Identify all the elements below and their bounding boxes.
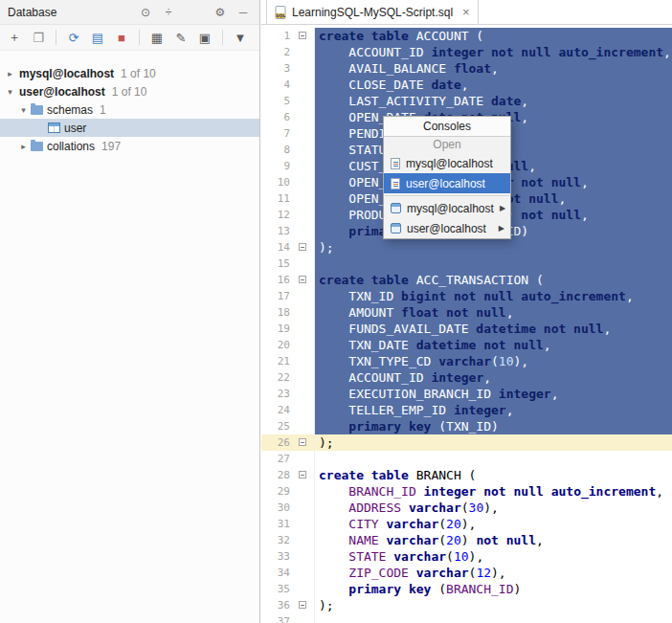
sql-icon-badge: SQL xyxy=(276,13,285,18)
code-line[interactable]: 25 primary key (TXN_ID) xyxy=(261,418,672,434)
chevron-expanded-icon[interactable]: ▾ xyxy=(4,87,16,97)
menu-item-mysql-localhost[interactable]: mysql@localhost xyxy=(384,153,510,173)
code-line[interactable]: 24 TELLER_EMP_ID integer, xyxy=(261,402,672,418)
line-number: 32 xyxy=(261,532,290,548)
settings-gear-icon[interactable]: ⚙ xyxy=(213,6,227,19)
fold-marker-icon[interactable] xyxy=(299,601,306,609)
folder-icon xyxy=(31,142,43,151)
fold-gutter xyxy=(290,613,315,623)
code-line[interactable]: 33 STATE varchar(10), xyxy=(261,548,672,565)
code-line[interactable]: 14); xyxy=(261,239,672,256)
code-line[interactable]: 35 primary key (BRANCH_ID) xyxy=(261,581,672,597)
datasource-icon xyxy=(391,203,401,213)
sync-icon[interactable]: ⟳ xyxy=(66,31,81,45)
open-console-icon[interactable]: ▤ xyxy=(90,31,105,45)
code-line[interactable]: 2 ACCOUNT_ID integer not null auto_incre… xyxy=(261,44,672,60)
code-text: AMOUNT float not null, xyxy=(315,304,672,321)
code-line[interactable]: 20 TXN_DATE datetime not null, xyxy=(261,337,672,353)
line-number: 3 xyxy=(261,60,290,77)
editor-tab[interactable]: SQL LearningSQL-MySQL-Script.sql × xyxy=(266,0,479,24)
submenu-arrow-icon: ▶ xyxy=(499,224,504,233)
code-line[interactable]: 36); xyxy=(261,597,672,613)
code-line[interactable]: 37 xyxy=(261,613,672,623)
tree-item-schemas[interactable]: ▾schemas1 xyxy=(0,100,259,119)
code-text: TELLER_EMP_ID integer, xyxy=(315,402,672,418)
fold-gutter xyxy=(290,125,315,142)
line-number: 31 xyxy=(261,516,290,532)
code-line[interactable]: 21 TXN_TYPE_CD varchar(10), xyxy=(261,353,672,369)
code-line[interactable]: 15 xyxy=(261,256,672,272)
code-line[interactable]: 23 EXECUTION_BRANCH_ID integer, xyxy=(261,386,672,402)
code-line[interactable]: 32 NAME varchar(20) not null, xyxy=(261,532,672,548)
code-line[interactable]: 5 LAST_ACTIVITY_DATE date, xyxy=(261,93,672,109)
panel-title: Database xyxy=(8,6,56,19)
line-number: 22 xyxy=(261,369,290,386)
edit-source-icon[interactable]: ✎ xyxy=(173,31,189,45)
code-line[interactable]: 31 CITY varchar(20), xyxy=(261,516,672,532)
fold-marker-icon[interactable] xyxy=(299,276,306,283)
tree-item-meta: 197 xyxy=(101,140,121,153)
fold-marker-icon[interactable] xyxy=(299,32,306,39)
tree-item-mysql-localhost[interactable]: ▸mysql@localhost1 of 10 xyxy=(0,64,259,82)
chevron-expanded-icon[interactable]: ▾ xyxy=(17,105,30,115)
code-line[interactable]: 22 ACCOUNT_ID integer, xyxy=(261,369,672,386)
tree-item-collations[interactable]: ▸collations197 xyxy=(0,137,259,155)
tree-item-user-localhost[interactable]: ▾user@localhost1 of 10 xyxy=(0,82,259,100)
code-text xyxy=(315,451,672,467)
view-options-icon[interactable]: ÷ xyxy=(162,6,175,19)
folder-icon xyxy=(31,105,43,115)
menu-separator xyxy=(385,195,509,196)
code-text: ACCOUNT_ID integer not null auto_increme… xyxy=(315,44,672,60)
fold-marker-icon[interactable] xyxy=(299,471,306,478)
filter-icon[interactable]: ▼ xyxy=(233,31,248,45)
popup-title: Consoles xyxy=(384,117,510,137)
menu-item-user-localhost[interactable]: user@localhost▶ xyxy=(384,218,510,238)
code-line[interactable]: 17 TXN_ID bigint not null auto_increment… xyxy=(261,288,672,304)
code-line[interactable]: 3 AVAIL_BALANCE float, xyxy=(261,60,672,77)
chevron-collapsed-icon[interactable]: ▸ xyxy=(17,142,30,151)
code-line[interactable]: 29 BRANCH_ID integer not null auto_incre… xyxy=(261,483,672,500)
code-text: ); xyxy=(315,597,672,613)
code-line[interactable]: 34 ZIP_CODE varchar(12), xyxy=(261,565,672,581)
fold-gutter xyxy=(290,467,315,483)
fold-gutter xyxy=(290,565,315,581)
fold-marker-icon[interactable] xyxy=(299,243,306,251)
fold-gutter xyxy=(290,60,315,77)
fold-gutter xyxy=(290,548,315,565)
code-text: FUNDS_AVAIL_DATE datetime not null, xyxy=(315,321,672,337)
ddl-viewer-icon[interactable]: ▣ xyxy=(197,31,213,45)
add-icon[interactable]: ＋ xyxy=(7,29,22,46)
menu-item-user-localhost[interactable]: user@localhost xyxy=(384,173,510,193)
menu-item-mysql-localhost[interactable]: mysql@localhost▶ xyxy=(384,198,510,218)
code-text: ZIP_CODE varchar(12), xyxy=(315,565,672,581)
line-number: 20 xyxy=(261,337,290,353)
data-editor-icon[interactable]: ▦ xyxy=(149,31,165,45)
fold-marker-icon[interactable] xyxy=(299,438,306,446)
line-number: 36 xyxy=(261,597,290,613)
fold-gutter xyxy=(290,93,315,109)
tree-item-user[interactable]: user xyxy=(0,119,259,137)
line-number: 26 xyxy=(261,434,290,451)
duplicate-icon[interactable]: ❐ xyxy=(31,31,46,45)
code-line[interactable]: 28create table BRANCH ( xyxy=(261,467,672,483)
code-line[interactable]: 30 ADDRESS varchar(30), xyxy=(261,500,672,516)
code-line[interactable]: 4 CLOSE_DATE date, xyxy=(261,77,672,93)
line-number: 30 xyxy=(261,500,290,516)
code-line[interactable]: 18 AMOUNT float not null, xyxy=(261,304,672,321)
fold-gutter xyxy=(290,223,315,239)
code-line[interactable]: 16create table ACC_TRANSACTION ( xyxy=(261,272,672,288)
chevron-collapsed-icon[interactable]: ▸ xyxy=(4,69,16,78)
menu-item-label: user@localhost xyxy=(407,222,486,235)
tab-close-icon[interactable]: × xyxy=(462,5,470,19)
code-line[interactable]: 26); xyxy=(261,434,672,451)
line-number: 4 xyxy=(261,77,290,93)
stop-icon[interactable]: ■ xyxy=(114,31,129,45)
code-line[interactable]: 27 xyxy=(261,451,672,467)
code-line[interactable]: 19 FUNDS_AVAIL_DATE datetime not null, xyxy=(261,321,672,337)
code-line[interactable]: 1create table ACCOUNT ( xyxy=(261,28,672,44)
scroll-from-source-icon[interactable]: ⊙ xyxy=(139,6,152,19)
code-text xyxy=(315,613,672,623)
code-text: TXN_DATE datetime not null, xyxy=(315,337,672,353)
line-number: 13 xyxy=(261,223,290,239)
hide-panel-icon[interactable]: ─ xyxy=(236,6,250,19)
